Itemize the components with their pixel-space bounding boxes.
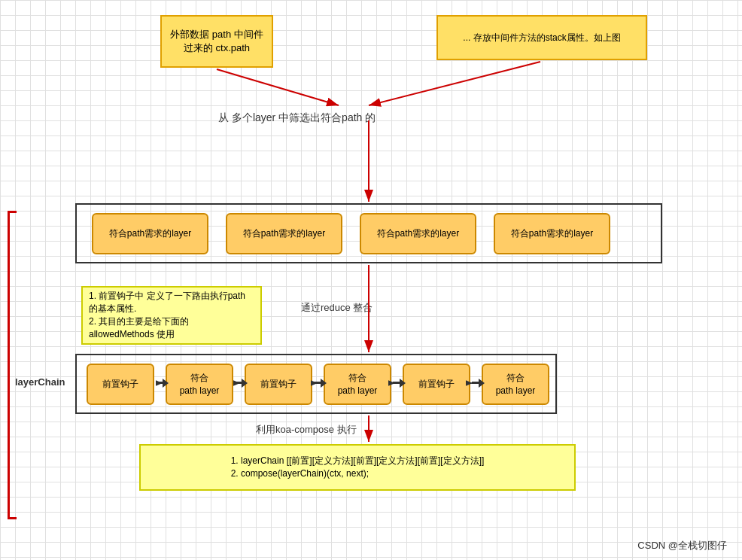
layer-box-3: 符合path需求的layer xyxy=(360,213,476,254)
top-right-box: ... 存放中间件方法的stack属性。如上图 xyxy=(436,15,647,60)
compose-label: 利用koa-composе 执行 xyxy=(256,423,357,437)
svg-line-1 xyxy=(217,69,339,105)
arrowhead-2 xyxy=(242,379,248,388)
note-bottom: 1. layerChain [[前置][定义方法][前置][定义方法][前置][… xyxy=(139,444,576,491)
canvas: 外部数据 path 中间件过来的 ctx.path ... 存放中间件方法的st… xyxy=(0,0,742,560)
red-bracket xyxy=(8,211,10,519)
layer-box-1: 符合path需求的layer xyxy=(92,213,208,254)
filter-label: 从 多个layer 中筛选出符合path 的 xyxy=(218,111,376,125)
reduce-label: 通过reduce 整合 xyxy=(301,301,373,315)
note-left: 1. 前置钩子中 定义了一下路由执行path 的基本属性. 2. 其目的主要是给… xyxy=(81,286,262,345)
watermark: CSDN @全栈切图仔 xyxy=(637,539,727,552)
path-layer-1: 符合path layer xyxy=(166,364,233,405)
path-layer-3: 符合path layer xyxy=(482,364,549,405)
path-layer-2: 符合path layer xyxy=(324,364,391,405)
svg-line-2 xyxy=(369,62,540,105)
layerchain-label: layerChain xyxy=(15,376,65,388)
arrowhead-3 xyxy=(321,379,327,388)
top-left-box: 外部数据 path 中间件过来的 ctx.path xyxy=(160,15,273,68)
arrowhead-5 xyxy=(479,379,485,388)
arrowhead-4 xyxy=(400,379,406,388)
pre-hook-2: 前置钩子 xyxy=(245,364,312,405)
layer-box-4: 符合path需求的layer xyxy=(494,213,610,254)
pre-hook-1: 前置钩子 xyxy=(87,364,154,405)
pre-hook-3: 前置钩子 xyxy=(403,364,470,405)
layer-box-2: 符合path需求的layer xyxy=(226,213,342,254)
arrowhead-1 xyxy=(163,379,169,388)
